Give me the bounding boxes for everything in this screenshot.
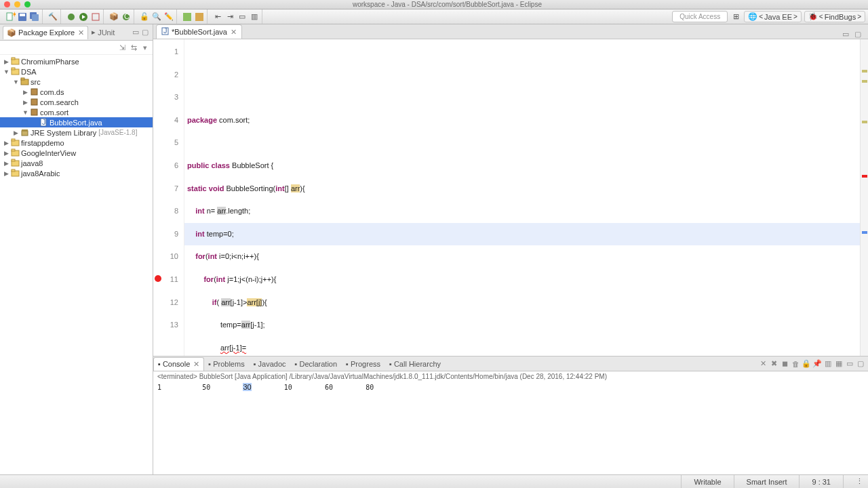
toggle-mark-icon[interactable] xyxy=(194,12,205,22)
scroll-lock-icon[interactable]: 🔒 xyxy=(802,359,811,369)
open-console-icon[interactable]: ▦ xyxy=(834,359,844,369)
clear-console-icon[interactable]: 🗑 xyxy=(791,359,800,369)
editor-tab-bubblesort[interactable]: J *BubbleSort.java ✕ xyxy=(156,24,242,39)
remove-all-icon[interactable]: ✖ xyxy=(769,359,778,369)
svg-rect-34 xyxy=(12,169,15,171)
overview-ruler[interactable] xyxy=(860,39,868,356)
display-selected-console-icon[interactable]: ▥ xyxy=(823,359,833,369)
tab-declaration[interactable]: ▪Declaration xyxy=(291,358,342,370)
save-all-icon[interactable] xyxy=(29,12,40,22)
maximize-view-icon[interactable]: ▢ xyxy=(140,28,150,37)
collapse-all-icon[interactable]: ⇲ xyxy=(117,43,127,52)
tree-item-dsa[interactable]: ▼DSA xyxy=(0,66,153,77)
link-editor-icon[interactable]: ⇆ xyxy=(129,43,138,52)
tree-item-java8arabic[interactable]: ▶java8Arabic xyxy=(0,168,153,178)
tab-call-hierarchy[interactable]: ▪Call Hierarchy xyxy=(385,358,446,370)
quick-access-input[interactable]: Quick Access xyxy=(672,11,728,22)
maximize-bottom-icon[interactable]: ▢ xyxy=(856,359,865,369)
tree-item-jre-system-library[interactable]: ▶JRE System Library[JavaSE-1.8] xyxy=(0,127,153,138)
tree-item-com-search[interactable]: ▶com.search xyxy=(0,97,153,107)
pin-console-icon[interactable]: 📌 xyxy=(812,359,822,369)
toggle-breadcrumb-icon[interactable] xyxy=(182,12,193,22)
twisty-icon[interactable]: ▶ xyxy=(22,89,29,96)
tree-item-src[interactable]: ▼src xyxy=(0,77,153,87)
twisty-icon[interactable]: ▼ xyxy=(22,109,29,116)
window-title: workspace - Java - DSA/src/com/sort/Bubb… xyxy=(31,1,864,8)
pin-icon[interactable]: ▥ xyxy=(249,12,260,22)
run-last-icon[interactable] xyxy=(90,12,101,22)
terminate-icon[interactable]: ◼ xyxy=(780,359,789,369)
tree-item-com-ds[interactable]: ▶com.ds xyxy=(0,87,153,97)
overview-mark[interactable] xyxy=(862,121,867,123)
maximize-editor-icon[interactable]: ▢ xyxy=(853,29,863,39)
new-icon[interactable]: ✶ xyxy=(5,12,16,22)
tree-item-googleinterview[interactable]: ▶GoogleInterView xyxy=(0,148,153,158)
tree-item-bubblesort-java[interactable]: JBubbleSort.java xyxy=(0,117,153,127)
nav-fwd-icon[interactable]: ⇥ xyxy=(224,12,235,22)
tab-icon: ▪ xyxy=(346,360,349,368)
tab-junit[interactable]: ▸ JUnit xyxy=(88,26,118,39)
twisty-icon[interactable]: ▶ xyxy=(22,99,29,106)
tab-label: Console xyxy=(163,360,190,368)
svg-rect-25 xyxy=(22,131,28,136)
remove-launch-icon[interactable]: ✕ xyxy=(758,359,768,369)
tree-item-chromiumpharse[interactable]: ▶ChromiumPharse xyxy=(0,56,153,66)
nav-back-icon[interactable]: ⇤ xyxy=(212,12,223,22)
new-package-icon[interactable]: 📦 xyxy=(108,12,119,22)
project-tree[interactable]: ▶ChromiumPharse▼DSA▼src▶com.ds▶com.searc… xyxy=(0,55,153,474)
close-window-icon[interactable] xyxy=(4,1,10,7)
twisty-icon[interactable]: ▶ xyxy=(3,160,10,167)
close-tab-icon[interactable]: ✕ xyxy=(193,360,199,369)
perspective-switcher-icon[interactable]: ⊞ xyxy=(730,12,741,22)
tab-label: Declaration xyxy=(299,360,337,368)
code-content[interactable]: package com.sort; public class BubbleSor… xyxy=(184,39,860,356)
tree-item-com-sort[interactable]: ▼com.sort xyxy=(0,107,153,117)
overview-mark[interactable] xyxy=(862,80,867,83)
twisty-icon[interactable]: ▶ xyxy=(3,140,10,146)
tree-item-jaava8[interactable]: ▶jaava8 xyxy=(0,158,153,168)
status-menu[interactable]: ⋮ xyxy=(843,475,868,488)
code-editor[interactable]: 12345678910111213 package com.sort; publ… xyxy=(153,39,868,356)
twisty-icon[interactable]: ▶ xyxy=(12,129,20,136)
twisty-icon[interactable]: ▶ xyxy=(3,150,10,157)
perspective-findbugs[interactable]: 🐞<FindBugs> xyxy=(804,11,865,22)
tab-package-explorer[interactable]: 📦 Package Explore ✕ xyxy=(3,26,88,39)
perspective-javaee[interactable]: 🌐<Java EE> xyxy=(744,11,802,22)
twisty-icon[interactable]: ▶ xyxy=(3,58,10,65)
open-type-icon[interactable]: 🔓 xyxy=(139,12,150,22)
minimize-bottom-icon[interactable]: ▭ xyxy=(845,359,854,369)
twisty-icon[interactable]: ▶ xyxy=(3,170,10,177)
tab-console[interactable]: ▪Console✕ xyxy=(153,357,204,371)
search-icon[interactable]: 🔍 xyxy=(151,12,162,22)
new-class-icon[interactable]: C xyxy=(121,12,132,22)
overview-mark[interactable] xyxy=(862,70,867,73)
tab-javadoc[interactable]: ▪Javadoc xyxy=(250,358,291,370)
collapse-icon[interactable]: ▭ xyxy=(237,12,248,22)
tree-label: java8Arabic xyxy=(21,169,60,178)
tree-label: DSA xyxy=(21,68,37,76)
close-tab-icon[interactable]: ✕ xyxy=(78,28,84,37)
run-icon[interactable] xyxy=(78,12,89,22)
minimize-editor-icon[interactable]: ▭ xyxy=(841,29,850,39)
tab-problems[interactable]: ▪Problems xyxy=(204,358,249,370)
close-editor-icon[interactable]: ✕ xyxy=(231,28,237,37)
zoom-window-icon[interactable] xyxy=(24,1,31,7)
tree-item-firstappdemo[interactable]: ▶firstappdemo xyxy=(0,138,153,148)
junit-icon: ▸ xyxy=(92,28,96,37)
error-marker-icon[interactable] xyxy=(155,275,161,282)
tree-label: ChromiumPharse xyxy=(21,58,79,66)
debug-icon[interactable] xyxy=(66,12,77,22)
minimize-view-icon[interactable]: ▭ xyxy=(131,28,140,37)
overview-mark[interactable] xyxy=(862,175,867,178)
overview-mark[interactable] xyxy=(862,231,867,234)
wand-icon[interactable]: ✏️ xyxy=(163,12,174,22)
tab-progress[interactable]: ▪Progress xyxy=(342,358,385,370)
bottom-panel: ▪Console✕▪Problems▪Javadoc▪Declaration▪P… xyxy=(153,356,868,474)
view-menu-icon[interactable]: ▾ xyxy=(140,43,150,52)
save-icon[interactable] xyxy=(17,12,28,22)
hammer-icon[interactable]: 🔨 xyxy=(47,12,58,22)
twisty-icon[interactable]: ▼ xyxy=(12,79,20,85)
minimize-window-icon[interactable] xyxy=(14,1,20,7)
twisty-icon[interactable]: ▼ xyxy=(3,68,10,75)
console-output[interactable]: 1 50 30 10 60 80 xyxy=(153,382,868,392)
